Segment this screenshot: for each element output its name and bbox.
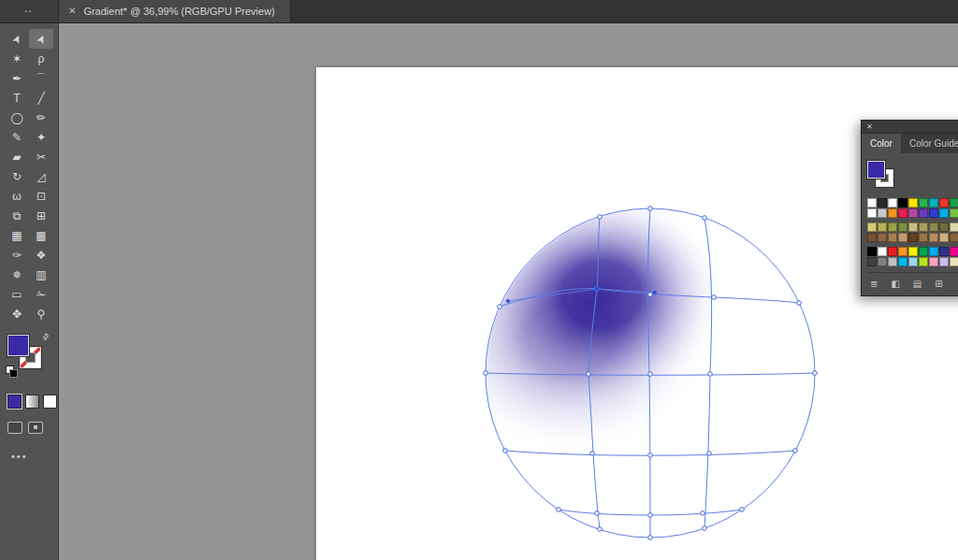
swatch[interactable] xyxy=(867,223,877,232)
edit-toolbar-button[interactable]: ••• xyxy=(11,451,58,462)
tools-panel-grip[interactable]: ▪▪ xyxy=(0,0,59,22)
pasteboard[interactable] xyxy=(59,23,958,560)
swatch[interactable] xyxy=(908,247,918,256)
scissors-tool[interactable]: ✂ xyxy=(29,147,53,166)
tab-close-icon[interactable]: ✕ xyxy=(68,7,76,16)
swatch[interactable] xyxy=(929,208,938,218)
swatch[interactable] xyxy=(888,223,897,232)
swatch[interactable] xyxy=(950,257,958,266)
swatch[interactable] xyxy=(908,233,918,242)
swatch[interactable] xyxy=(898,223,907,232)
type-tool[interactable]: T xyxy=(5,88,29,108)
zoom-tool[interactable]: ⚲ xyxy=(29,304,53,323)
swatch[interactable] xyxy=(898,257,907,266)
swatch[interactable] xyxy=(950,198,958,208)
tab-color[interactable]: Color xyxy=(862,134,901,153)
document-tab[interactable]: ✕ Gradient* @ 36,99% (RGB/GPU Preview) xyxy=(59,0,291,22)
color-panel-titlebar[interactable]: ✕ xyxy=(862,121,958,134)
swatch[interactable] xyxy=(929,247,938,256)
hand-tool[interactable]: ✥ xyxy=(5,304,29,323)
swatch[interactable] xyxy=(898,198,907,208)
swatch[interactable] xyxy=(939,233,949,242)
swatch[interactable] xyxy=(908,257,918,266)
swatch[interactable] xyxy=(898,233,907,242)
paintbrush-tool[interactable]: ✏ xyxy=(29,108,53,127)
selection-tool[interactable]: ➤ xyxy=(5,29,29,49)
swatch[interactable] xyxy=(939,257,949,266)
perspective-grid-tool[interactable]: ⊞ xyxy=(29,206,53,225)
color-mode-none-button[interactable] xyxy=(43,395,57,409)
blend-tool[interactable]: ❖ xyxy=(29,245,53,265)
swatch[interactable] xyxy=(908,198,918,208)
swatch[interactable] xyxy=(878,247,887,256)
swatch[interactable] xyxy=(888,208,897,218)
screen-mode-icon[interactable] xyxy=(28,422,43,434)
swatch[interactable] xyxy=(929,198,938,208)
width-tool[interactable]: ω xyxy=(5,186,29,206)
pen-tool[interactable]: ✒ xyxy=(5,68,29,88)
lasso-tool[interactable]: ρ xyxy=(29,49,53,68)
curvature-tool[interactable]: ⌒ xyxy=(29,68,53,88)
swatch[interactable] xyxy=(878,223,887,232)
swatch[interactable] xyxy=(867,233,877,242)
swatch-libraries-icon[interactable]: ≣ xyxy=(870,280,878,289)
symbol-sprayer-tool[interactable]: ✵ xyxy=(5,265,29,284)
column-graph-tool[interactable]: ▥ xyxy=(29,265,53,284)
swatch[interactable] xyxy=(919,223,928,232)
mesh-tool[interactable]: ▦ xyxy=(5,225,29,245)
pencil-tool[interactable]: ✎ xyxy=(5,127,29,147)
eyedropper-tool[interactable]: ✑ xyxy=(5,245,29,265)
swatch[interactable] xyxy=(919,247,928,256)
swatch[interactable] xyxy=(919,208,928,218)
swatch[interactable] xyxy=(908,208,918,218)
swatch[interactable] xyxy=(898,247,907,256)
swatch[interactable] xyxy=(867,257,877,266)
swatch[interactable] xyxy=(878,198,887,208)
ellipse-tool[interactable]: ◯ xyxy=(5,108,29,127)
swatch[interactable] xyxy=(878,208,887,218)
swatch-none[interactable] xyxy=(867,198,877,208)
swatch[interactable] xyxy=(929,233,938,242)
color-mode-gradient-button[interactable] xyxy=(25,395,39,409)
line-segment-tool[interactable]: ╱ xyxy=(29,88,53,108)
swatch[interactable] xyxy=(919,233,928,242)
swatch[interactable] xyxy=(888,257,897,266)
shape-builder-tool[interactable]: ⧉ xyxy=(5,206,29,225)
swatch[interactable] xyxy=(888,233,897,242)
color-panel-fill-proxy[interactable] xyxy=(867,161,885,179)
swatch[interactable] xyxy=(950,208,958,218)
swatch[interactable] xyxy=(867,247,877,256)
swap-fill-stroke-icon[interactable]: ⇄ xyxy=(40,331,51,342)
swatch[interactable] xyxy=(888,198,897,208)
tab-color-guide[interactable]: Color Guide xyxy=(901,134,958,153)
swatch[interactable] xyxy=(929,223,938,232)
color-themes-icon[interactable]: ◧ xyxy=(891,280,899,289)
swatch[interactable] xyxy=(950,223,958,232)
panel-close-icon[interactable]: ✕ xyxy=(866,123,873,131)
magic-wand-tool[interactable]: ✶ xyxy=(5,49,29,68)
swatch[interactable] xyxy=(898,208,907,218)
scale-tool[interactable]: ◿ xyxy=(29,166,53,186)
swatch[interactable] xyxy=(939,223,949,232)
swatch[interactable] xyxy=(878,233,887,242)
swatch[interactable] xyxy=(950,247,958,256)
draw-normal-icon[interactable] xyxy=(7,422,22,434)
swatch[interactable] xyxy=(929,257,938,266)
shaper-tool[interactable]: ✦ xyxy=(29,127,53,147)
slice-tool[interactable]: ✁ xyxy=(29,284,53,304)
fill-swatch[interactable] xyxy=(7,335,29,356)
swatch[interactable] xyxy=(919,198,928,208)
swatch-options-icon[interactable]: ⊞ xyxy=(935,280,942,289)
swatch[interactable] xyxy=(939,208,949,218)
swatch[interactable] xyxy=(939,198,949,208)
gradient-tool[interactable]: ▩ xyxy=(29,225,53,245)
color-mode-fill-button[interactable] xyxy=(7,395,22,409)
free-transform-tool[interactable]: ⊡ xyxy=(29,186,53,206)
eraser-tool[interactable]: ▰ xyxy=(5,147,29,166)
swatch[interactable] xyxy=(867,208,877,218)
swatch[interactable] xyxy=(908,223,918,232)
swatch-kinds-icon[interactable]: ▤ xyxy=(913,280,922,289)
swatch[interactable] xyxy=(950,233,958,242)
selected-mesh-point[interactable] xyxy=(594,286,599,291)
default-fill-stroke-icon[interactable] xyxy=(6,366,19,379)
